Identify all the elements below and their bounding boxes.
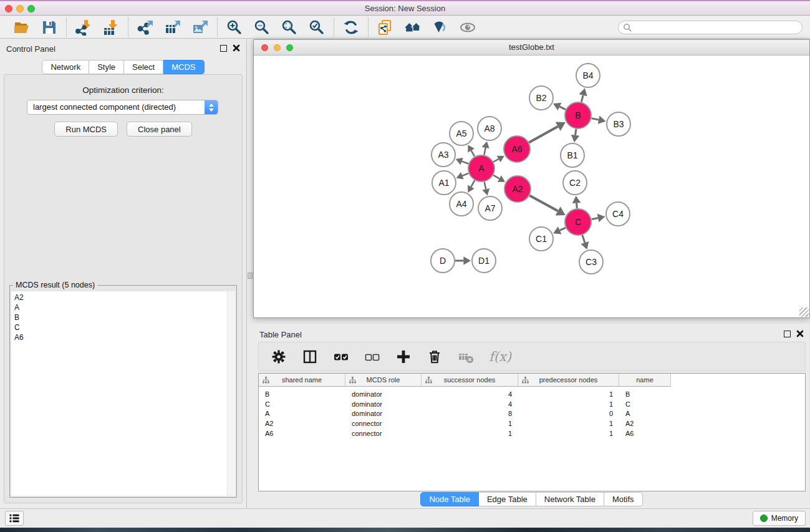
graph-node-label-D1: D1 [478,256,489,266]
network-canvas[interactable]: AA1A2A3A4A5A6A7A8BB1B2B3B4CC1C2C3C4DD1 [254,56,809,317]
split-divider-grip[interactable] [248,273,253,279]
tab-edge-table[interactable]: Edge Table [479,492,536,506]
tab-node-table[interactable]: Node Table [420,492,479,506]
settings-button[interactable] [271,348,287,365]
graph-edge-A-A3[interactable] [462,162,469,164]
column-type-icon [522,377,529,384]
mcds-result-item[interactable]: A2 [14,293,235,302]
export-table-button[interactable] [164,19,181,36]
graph-edge-C-C2[interactable] [577,203,577,208]
window-resize-grip[interactable] [799,307,809,317]
list-icon [8,512,21,525]
open-file-button[interactable] [13,19,31,36]
graph-edge-A-A1[interactable] [462,173,468,176]
home-button[interactable] [404,19,422,36]
column-header-successor-nodes[interactable]: successor nodes [422,374,518,387]
mcds-result-box: MCDS result (5 nodes) A2ABCA6 [9,285,237,498]
table-row[interactable]: Bdominator41B [259,389,805,399]
delete-columns-button[interactable] [427,348,443,365]
tab-network[interactable]: Network [42,60,89,74]
search-box[interactable] [618,21,803,34]
graph-node-label-B1: B1 [567,150,577,160]
graph-edge-A6-B[interactable] [529,127,558,143]
float-panel-icon[interactable] [220,45,227,52]
table-row[interactable]: A6connector11A6 [259,428,805,438]
tab-style[interactable]: Style [89,60,124,74]
unselect-all-columns-button[interactable] [364,348,380,365]
show-eye-button[interactable] [459,19,476,36]
import-table-icon [103,19,119,36]
tab-mcds[interactable]: MCDS [163,60,204,74]
memory-button[interactable]: Memory [753,511,806,526]
mcds-result-list: A2ABCA6 [11,291,235,342]
task-history-button[interactable] [5,511,24,526]
graph-edge-A-A5[interactable] [471,150,475,157]
zoom-selected-button[interactable] [308,19,325,36]
graph-node-label-A6: A6 [511,144,522,154]
network-window-titlebar[interactable]: testGlobe.txt [254,40,809,56]
graph-edge-A-A8[interactable] [484,148,485,155]
refresh-layout-button[interactable] [342,19,360,36]
zoom-fit-button[interactable] [281,19,298,36]
column-header-predecessor-nodes[interactable]: predecessor nodes [518,374,619,387]
export-image-button[interactable] [191,19,209,36]
settings-icon [271,349,287,365]
mcds-result-list-container: A2ABCA6 [11,291,235,496]
table-row[interactable]: A2connector11A2 [259,418,805,428]
criterion-dropdown[interactable]: largest connected component (directed) [27,100,218,115]
graph-edge-C-C1[interactable] [560,228,566,230]
table-cell: A2 [259,420,345,427]
mcds-result-item[interactable]: B [14,312,235,322]
import-network-button[interactable] [75,19,92,36]
clone-network-icon [377,19,393,36]
table-close-panel-icon[interactable] [796,330,804,337]
graph-edge-A-A6[interactable] [493,159,498,162]
save-session-button[interactable] [41,19,58,36]
graph-edge-A-A7[interactable] [485,181,486,189]
graph-edge-arrowhead [597,214,605,222]
graph-node-label-C2: C2 [569,178,581,188]
graph-edge-C-C4[interactable] [592,218,598,219]
graph-node-label-B3: B3 [613,119,624,129]
run-mcds-button[interactable]: Run MCDS [54,122,118,137]
table-toolbar: f(x) [258,342,806,371]
column-header-mcds-role[interactable]: MCDS role [345,374,422,387]
network-graph[interactable]: AA1A2A3A4A5A6A7A8BB1B2B3B4CC1C2C3C4DD1 [254,56,809,318]
graph-edge-A2-C[interactable] [529,196,557,211]
tab-select[interactable]: Select [124,60,163,74]
mcds-result-item[interactable]: C [14,322,235,332]
mcds-result-item[interactable]: A6 [14,332,235,342]
result-scrollbar[interactable] [227,291,235,496]
table-row[interactable]: Adominator80A [259,409,805,419]
search-input[interactable] [634,23,798,32]
add-column-button[interactable] [395,348,412,365]
tab-motifs[interactable]: Motifs [604,492,643,506]
close-panel-icon[interactable] [233,44,240,52]
table-cell: C [259,400,345,408]
graphics-details-button[interactable] [432,19,449,36]
close-panel-button[interactable]: Close panel [127,122,192,137]
graph-edge-B-B4[interactable] [581,95,583,102]
column-view-button[interactable] [302,348,318,365]
graph-edge-C-C3[interactable] [582,235,585,243]
select-all-columns-button[interactable] [333,348,349,365]
graph-edge-B-B3[interactable] [592,118,599,120]
column-header-shared-name[interactable]: shared name [259,374,345,387]
import-table-button[interactable] [102,19,120,36]
export-network-button[interactable] [137,19,154,36]
table-row[interactable]: Cdominator41C [259,399,805,409]
graph-edge-A-A4[interactable] [471,180,475,186]
graph-edge-B-B2[interactable] [559,107,566,110]
zoom-out-button[interactable] [253,19,271,36]
zoom-in-button[interactable] [226,19,243,36]
mcds-result-item[interactable]: A [14,302,235,312]
graph-edge-arrowhead [579,88,587,96]
clone-network-button[interactable] [377,19,394,36]
graph-node-label-A: A [478,163,485,173]
graph-edge-A-A2[interactable] [493,175,499,179]
graph-edge-B-B1[interactable] [576,129,576,135]
table-float-panel-icon[interactable] [784,331,791,337]
column-header-name[interactable]: name [619,374,671,387]
tab-network-table[interactable]: Network Table [536,492,604,506]
graph-node-label-B2: B2 [536,93,546,103]
